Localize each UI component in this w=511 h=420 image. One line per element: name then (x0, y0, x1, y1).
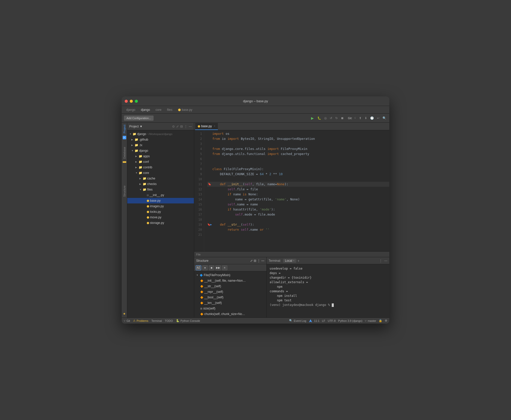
expand-struct-icon[interactable]: ⤢ (250, 259, 253, 262)
struct-sort-az-btn[interactable]: AZ (196, 265, 201, 270)
tree-item-conf[interactable]: ▶ 📁 conf (127, 159, 194, 165)
status-position[interactable]: 11:1 (309, 319, 319, 322)
chevron-right-icon: ▶ (139, 183, 142, 185)
method-icon: 🔶 (200, 302, 203, 304)
status-python-console[interactable]: 🐍 Python Console (176, 319, 200, 322)
sidebar-item-structure[interactable]: Structure (122, 183, 127, 199)
sidebar-item-database[interactable]: Database (122, 145, 127, 161)
status-lock[interactable]: 🔒 (379, 319, 382, 322)
code-editor[interactable]: 12345 678910 1112131415 1617181920 21 im… (194, 130, 389, 251)
tree-item-storagepy[interactable]: ▶ ⬤ storage.py (127, 220, 194, 226)
git-revert-icon[interactable]: ↩ (376, 116, 380, 120)
close-button[interactable] (125, 100, 128, 103)
terminal-more-icon[interactable]: ⋮ (379, 259, 382, 262)
status-terminal[interactable]: Terminal (151, 319, 162, 322)
terminal-status-label: Terminal (151, 319, 162, 322)
maximize-button[interactable] (135, 100, 138, 103)
tabbar-item-django2[interactable]: django (138, 108, 152, 112)
tabbar-item-files[interactable]: files (164, 108, 175, 112)
bottom-panel: Structure ⤢ ⊟ ⋮ — AZ ● ◆ (194, 257, 389, 318)
code-line-14: name = getattr(file, 'name', None) (207, 197, 389, 202)
struct-item-init[interactable]: 🔶 __init__(self, file, name=Non… (194, 278, 266, 283)
term-line-7: npm install (270, 294, 386, 298)
sync-icon[interactable]: ⊙ (172, 125, 175, 128)
struct-item-size[interactable]: ⊞ size(self) (194, 306, 266, 311)
struct-item-str[interactable]: 🔶 __str__(self) (194, 283, 266, 289)
settings-icon: ⚙ (385, 319, 387, 322)
minimize-struct-icon[interactable]: ⊟ (254, 259, 256, 262)
struct-item-repr[interactable]: 🔶 __repr__(self) (194, 289, 266, 295)
code-line-10 (207, 177, 389, 182)
tree-item-apps[interactable]: ▶ 📁 apps (127, 153, 194, 159)
tree-item-imagespy[interactable]: ▶ ⬤ images.py (127, 203, 194, 209)
close-struct-icon[interactable]: — (261, 259, 264, 262)
struct-item-class[interactable]: ▼ 🔷 File(FileProxyMixin) (194, 272, 266, 278)
tree-more-icon[interactable]: ⋮ (184, 125, 187, 128)
terminal-minimize-icon[interactable]: — (384, 259, 387, 262)
tree-item-basepy[interactable]: ▶ ⬤ base.py (127, 198, 194, 203)
favorites-star-icon[interactable]: ★ (123, 312, 126, 316)
add-configuration-button[interactable]: Add Configuration... (124, 115, 154, 121)
close-terminal-tab-icon[interactable]: × (293, 259, 294, 262)
tree-item-core[interactable]: ▼ 📁 core (127, 170, 194, 176)
forward-button[interactable]: ↻ (334, 116, 339, 120)
status-eventlog[interactable]: 🔍 Event Log (289, 319, 306, 322)
tree-item-tx[interactable]: ▶ 📁 .tx (127, 142, 194, 148)
code-content: import os from io import BytesIO, String… (204, 130, 389, 251)
git-history-icon[interactable]: 🕐 (369, 116, 375, 120)
tree-item-movepy[interactable]: ▶ ⬤ move.py (127, 215, 194, 220)
tree-item-files[interactable]: ▼ 📁 files (127, 187, 194, 192)
tree-minimize-icon[interactable]: — (189, 125, 192, 128)
close-tab-icon[interactable]: × (214, 125, 215, 127)
method-icon: ⊞ (200, 307, 202, 310)
coverage-button[interactable]: ◎ (323, 116, 328, 120)
tree-item-django[interactable]: ▼ 📁 django (127, 148, 194, 153)
tree-root[interactable]: ▼ 📁 django ~/Workspace/django (127, 131, 194, 137)
status-python-version[interactable]: Python 3.9 (django) (338, 319, 362, 322)
folder-icon: 📁 (143, 188, 146, 191)
more-struct-icon[interactable]: ⋮ (257, 259, 260, 262)
struct-item-len[interactable]: 🔶 __len__(self) (194, 300, 266, 306)
struct-item-bool[interactable]: 🔶 __bool__(self) (194, 295, 266, 300)
tree-item-init-py[interactable]: ▶ ⊟ __init__.py (127, 192, 194, 198)
tree-item-contrib[interactable]: ▶ 📁 contrib (127, 165, 194, 170)
status-branch[interactable]: ⑂ master (365, 319, 376, 322)
add-terminal-tab-icon[interactable]: + (297, 259, 299, 263)
status-problems[interactable]: ⚠ Problems (133, 319, 148, 322)
tabbar-item-core[interactable]: core (153, 108, 164, 112)
status-settings[interactable]: ⚙ (385, 319, 387, 322)
status-line-endings[interactable]: LF (322, 319, 325, 322)
minimize-button[interactable] (130, 100, 133, 103)
tabbar-item-basepy[interactable]: ⬤ base.py (175, 108, 195, 112)
git-branch-icon[interactable]: ⑂ (353, 116, 357, 120)
struct-filter1-btn[interactable]: ● (202, 265, 208, 270)
git-push-icon[interactable]: ⬆ (358, 116, 363, 120)
chevron-right-icon: ▶ (135, 155, 138, 158)
debug-button[interactable]: 🐛 (316, 116, 322, 120)
status-todo[interactable]: TODO (165, 319, 173, 322)
tree-item-checks[interactable]: ▶ 📁 checks (127, 181, 194, 187)
sidebar-item-project[interactable]: Project (122, 123, 127, 135)
terminal-local-tab[interactable]: Local × (283, 259, 297, 263)
tabbar-item-django1[interactable]: django (124, 108, 138, 112)
status-git[interactable]: ⑂ Git (124, 319, 130, 322)
tree-item-cache[interactable]: ▶ 📁 cache (127, 176, 194, 181)
code-line-9: DEFAULT_CHUNK_SIZE = 64 * 2 ** 10 (207, 172, 389, 177)
run-button[interactable]: ▶ (310, 116, 315, 120)
terminal-content[interactable]: usedevelop = false deps = changedir = {t… (267, 264, 389, 318)
stop-button[interactable]: ⏹ (340, 116, 345, 120)
struct-filter4-btn[interactable]: ≡ (222, 265, 227, 270)
collapse-icon[interactable]: ⊟ (180, 125, 183, 128)
struct-filter2-btn[interactable]: ◆ (209, 265, 214, 270)
struct-filter3-btn[interactable]: ▶▶ (215, 265, 221, 270)
file-tree-header-icons: ⊙ ⤢ ⊟ ⋮ — (172, 125, 192, 128)
tree-item-lockspy[interactable]: ▶ ⬤ locks.py (127, 209, 194, 215)
status-encoding[interactable]: UTF-8 (328, 319, 336, 322)
expand-icon[interactable]: ⤢ (176, 125, 179, 128)
struct-item-chunks[interactable]: 🔶 chunks(self, chunk_size=No… (194, 311, 266, 317)
search-toolbar-icon[interactable]: 🔍 (381, 116, 387, 120)
back-button[interactable]: ↺ (329, 116, 333, 120)
editor-tab-basepy[interactable]: ⬤ base.py × (195, 123, 218, 130)
tree-item-github[interactable]: ▶ 📁 .github (127, 137, 194, 142)
git-pull-icon[interactable]: ⬇ (364, 116, 368, 120)
